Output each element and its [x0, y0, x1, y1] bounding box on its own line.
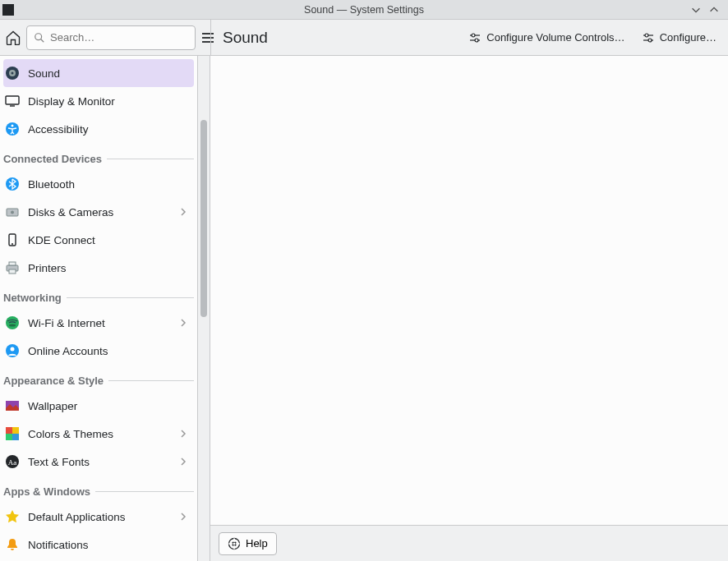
- sidebar: Sound Display & Monitor Accessibility Co…: [0, 56, 197, 561]
- group-divider: [67, 297, 194, 298]
- configure-button[interactable]: Configure…: [642, 31, 716, 44]
- sidebar-item-label: Default Applications: [28, 511, 171, 523]
- sidebar-item-default-apps[interactable]: Default Applications: [3, 503, 194, 531]
- sidebar-scrollbar[interactable]: [197, 56, 210, 561]
- configure-volume-controls-button[interactable]: Configure Volume Controls…: [468, 31, 624, 44]
- configure-volume-label: Configure Volume Controls…: [486, 31, 624, 44]
- sliders-icon: [642, 31, 655, 44]
- svg-point-15: [12, 72, 14, 75]
- sidebar-group-connected-devices: Connected Devices: [3, 143, 194, 170]
- help-icon: [228, 537, 241, 550]
- svg-point-8: [475, 39, 478, 42]
- svg-point-40: [233, 541, 236, 545]
- search-input[interactable]: [50, 31, 188, 44]
- wallpaper-icon: [5, 398, 20, 413]
- toolbar: Sound Configure Volume Controls… Configu…: [0, 20, 728, 56]
- group-divider: [95, 491, 194, 492]
- sidebar-item-bluetooth[interactable]: Bluetooth: [3, 170, 194, 198]
- sidebar-item-online-accounts[interactable]: Online Accounts: [3, 337, 194, 365]
- sidebar-item-display[interactable]: Display & Monitor: [3, 87, 194, 115]
- notifications-icon: [5, 537, 20, 552]
- sidebar-item-label: Sound: [28, 67, 187, 80]
- svg-point-12: [648, 39, 652, 42]
- chevron-right-icon: [179, 513, 187, 521]
- chevron-right-icon: [179, 319, 187, 327]
- svg-point-6: [472, 34, 475, 37]
- printers-icon: [5, 260, 20, 275]
- sidebar-item-sound[interactable]: Sound: [3, 59, 194, 87]
- sidebar-group-apps-windows: Apps & Windows: [3, 476, 194, 503]
- online-accounts-icon: [5, 343, 20, 358]
- chevron-right-icon: [179, 458, 187, 466]
- svg-rect-27: [9, 269, 16, 274]
- sidebar-item-label: Disks & Cameras: [28, 206, 171, 218]
- group-divider: [108, 380, 194, 381]
- wifi-icon: [5, 315, 20, 330]
- sidebar-item-text-fonts[interactable]: Aa Text & Fonts: [3, 448, 194, 476]
- sidebar-item-wallpaper[interactable]: Wallpaper: [3, 392, 194, 420]
- chevron-right-icon: [179, 208, 187, 216]
- sidebar-item-label: KDE Connect: [28, 234, 187, 246]
- svg-point-19: [12, 125, 14, 127]
- svg-rect-35: [6, 434, 12, 440]
- sidebar-item-label: Display & Monitor: [28, 95, 187, 108]
- sidebar-item-label: Printers: [28, 262, 187, 274]
- sidebar-item-accessibility[interactable]: Accessibility: [3, 115, 194, 143]
- default-apps-icon: [5, 509, 20, 524]
- sidebar-item-printers[interactable]: Printers: [3, 254, 194, 282]
- window-maximize-button[interactable]: [708, 4, 720, 16]
- sidebar-item-colors-themes[interactable]: Colors & Themes: [3, 420, 194, 448]
- search-icon: [34, 32, 45, 44]
- window-title: Sound — System Settings: [304, 4, 424, 16]
- sliders-icon: [468, 31, 481, 44]
- chevron-right-icon: [179, 430, 187, 438]
- svg-rect-33: [6, 427, 12, 434]
- svg-point-28: [6, 316, 19, 329]
- disks-icon: [5, 205, 20, 219]
- help-label: Help: [246, 537, 268, 550]
- fonts-icon: Aa: [5, 454, 20, 469]
- svg-point-29: [9, 324, 16, 327]
- svg-rect-36: [12, 434, 19, 440]
- accessibility-icon: [5, 122, 20, 136]
- configure-label: Configure…: [660, 31, 716, 44]
- sidebar-group-title: Connected Devices: [3, 153, 102, 165]
- content-body: [210, 56, 728, 525]
- bluetooth-icon: [5, 177, 20, 191]
- svg-line-1: [41, 39, 44, 42]
- sidebar-item-label: Wi-Fi & Internet: [28, 317, 171, 329]
- app-icon: [2, 4, 14, 16]
- sidebar-item-label: Text & Fonts: [28, 456, 171, 468]
- help-button[interactable]: Help: [219, 532, 277, 555]
- sidebar-group-title: Networking: [3, 292, 62, 304]
- svg-point-10: [645, 34, 648, 37]
- sidebar-item-label: Bluetooth: [28, 178, 187, 191]
- group-divider: [107, 159, 194, 159]
- sound-icon: [5, 66, 20, 80]
- svg-point-31: [11, 347, 15, 352]
- sidebar-group-title: Appearance & Style: [3, 375, 104, 387]
- svg-rect-26: [9, 262, 16, 265]
- sidebar-item-wifi[interactable]: Wi-Fi & Internet: [3, 309, 194, 337]
- sidebar-item-notifications[interactable]: Notifications: [3, 531, 194, 559]
- sidebar-item-kde-connect[interactable]: KDE Connect: [3, 226, 194, 254]
- search-box[interactable]: [26, 25, 196, 50]
- titlebar: Sound — System Settings: [0, 0, 728, 20]
- svg-text:Aa: Aa: [8, 458, 17, 467]
- svg-point-0: [35, 33, 42, 39]
- display-icon: [5, 94, 20, 108]
- svg-rect-16: [6, 96, 19, 104]
- sidebar-item-label: Notifications: [28, 539, 187, 551]
- page-title: Sound: [223, 29, 268, 47]
- sidebar-item-disks-cameras[interactable]: Disks & Cameras: [3, 198, 194, 226]
- content-area: Help: [210, 56, 728, 561]
- svg-rect-34: [12, 427, 19, 434]
- home-button[interactable]: [5, 29, 21, 47]
- colors-icon: [5, 426, 20, 441]
- sidebar-group-title: Apps & Windows: [3, 485, 90, 498]
- sidebar-group-networking: Networking: [3, 282, 194, 309]
- sidebar-group-appearance: Appearance & Style: [3, 365, 194, 392]
- scrollbar-thumb[interactable]: [200, 120, 207, 317]
- sidebar-item-label: Colors & Themes: [28, 428, 171, 440]
- window-minimize-button[interactable]: [690, 4, 702, 16]
